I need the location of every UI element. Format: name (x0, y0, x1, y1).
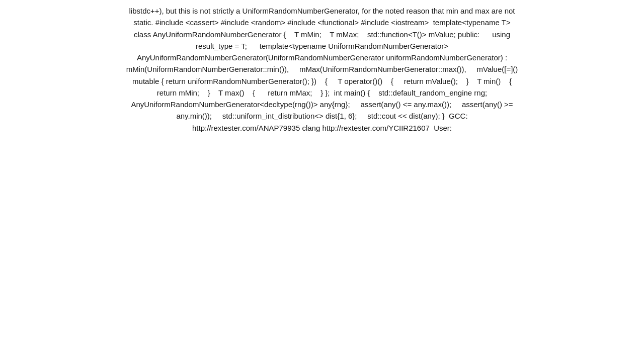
code-text: libstdc++), but this is not strictly a U… (126, 5, 518, 134)
main-content: libstdc++), but this is not strictly a U… (116, 0, 528, 139)
